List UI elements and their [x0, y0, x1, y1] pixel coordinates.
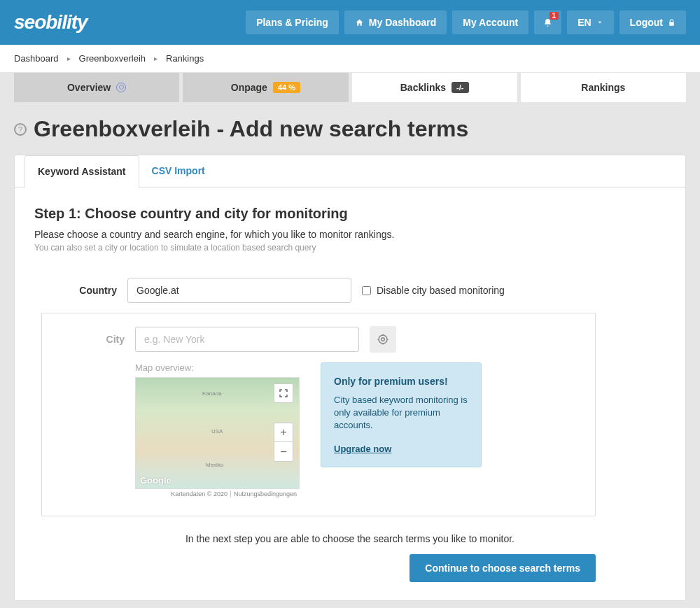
tab-onpage[interactable]: Onpage 44 %: [183, 73, 348, 102]
svg-point-0: [379, 335, 387, 344]
my-dashboard-button[interactable]: My Dashboard: [344, 10, 447, 34]
disable-city-checkbox-input[interactable]: [362, 286, 371, 295]
map-row: Map overview: Kanada USA Mexiko: [135, 362, 582, 497]
panel-tabs: Keyword Assistant CSV Import: [15, 155, 685, 188]
map-zoom-controls: + −: [274, 423, 293, 462]
continue-button[interactable]: Continue to choose search terms: [410, 554, 596, 582]
map-column: Map overview: Kanada USA Mexiko: [135, 362, 300, 497]
map-label: Map overview:: [135, 362, 300, 373]
country-select[interactable]: [127, 278, 351, 303]
country-row: Country Disable city based monitoring: [34, 278, 666, 303]
country-label: Country: [34, 285, 117, 296]
next-step-hint: In the next step you are able to choose …: [34, 533, 666, 544]
chevron-right-icon: ▸: [154, 55, 158, 62]
map-overview[interactable]: Kanada USA Mexiko + −: [135, 377, 300, 489]
panel-body: Step 1: Choose country and city for moni…: [15, 188, 685, 600]
disable-city-checkbox[interactable]: Disable city based monitoring: [362, 285, 505, 296]
language-button[interactable]: EN: [567, 10, 613, 34]
tab-backlinks[interactable]: Backlinks -/-: [352, 73, 517, 102]
tab-csv-import[interactable]: CSV Import: [139, 155, 218, 187]
content-area: ? Greenboxverleih - Add new search terms…: [0, 102, 700, 608]
premium-notice: Only for premium users! City based keywo…: [321, 362, 482, 467]
lock-icon: [668, 19, 676, 27]
chevron-down-icon: [596, 19, 603, 26]
breadcrumb-dashboard[interactable]: Dashboard: [14, 53, 59, 64]
logout-button[interactable]: Logout: [620, 10, 686, 34]
logo[interactable]: seobility: [14, 11, 88, 34]
city-row: City: [42, 326, 582, 353]
svg-point-1: [382, 338, 385, 341]
nav-buttons: Plans & Pricing My Dashboard My Account …: [246, 10, 686, 34]
help-icon[interactable]: ?: [14, 123, 27, 136]
breadcrumb-rankings[interactable]: Rankings: [166, 53, 204, 64]
locate-button[interactable]: [370, 326, 396, 353]
continue-wrap: Continue to choose search terms: [34, 554, 666, 582]
premium-title: Only for premium users!: [334, 376, 468, 387]
map-fullscreen-controls: [274, 383, 293, 403]
globe-icon: [116, 83, 126, 92]
step-hint: You can also set a city or location to s…: [34, 243, 666, 253]
city-section: City Map overview: Kanada USA Mex: [41, 313, 596, 516]
header-bar: seobility Plans & Pricing My Dashboard M…: [0, 0, 700, 45]
upgrade-now-link[interactable]: Upgrade now: [334, 444, 391, 454]
onpage-score-badge: 44 %: [273, 82, 300, 93]
notification-badge: 1: [550, 12, 559, 20]
map-zoom-out-button[interactable]: −: [274, 442, 293, 462]
map-attribution: Kartendaten © 2020Nutzungsbedingungen: [135, 490, 300, 497]
map-fullscreen-button[interactable]: [274, 383, 293, 403]
map-label-mexico: Mexiko: [206, 462, 223, 468]
plans-pricing-button[interactable]: Plans & Pricing: [246, 10, 339, 34]
page-title: Greenboxverleih - Add new search terms: [34, 116, 468, 142]
page-title-row: ? Greenboxverleih - Add new search terms: [14, 116, 686, 142]
home-icon: [355, 18, 364, 27]
tab-overview[interactable]: Overview: [14, 73, 179, 102]
notifications-button[interactable]: 1: [534, 10, 561, 34]
form-block: Country Disable city based monitoring Ci…: [34, 278, 666, 516]
backlinks-badge: -/-: [451, 82, 468, 93]
city-input[interactable]: [135, 327, 359, 352]
city-label: City: [42, 334, 125, 345]
tab-keyword-assistant[interactable]: Keyword Assistant: [24, 155, 139, 188]
map-zoom-in-button[interactable]: +: [274, 423, 293, 442]
my-account-button[interactable]: My Account: [452, 10, 528, 34]
fullscreen-icon: [279, 389, 288, 397]
keyword-panel: Keyword Assistant CSV Import Step 1: Cho…: [14, 155, 686, 601]
map-label-usa: USA: [211, 428, 223, 434]
premium-description: City based keyword monitoring is only av…: [334, 394, 468, 432]
map-provider-logo: Google: [140, 475, 172, 486]
breadcrumb-project[interactable]: Greenboxverleih: [79, 53, 146, 64]
tab-rankings[interactable]: Rankings: [521, 73, 686, 102]
chevron-right-icon: ▸: [67, 55, 71, 62]
target-icon: [377, 333, 389, 346]
step-title: Step 1: Choose country and city for moni…: [34, 206, 666, 222]
main-tabs: Overview Onpage 44 % Backlinks -/- Ranki…: [0, 73, 700, 102]
step-description: Please choose a country and search engin…: [34, 229, 666, 240]
map-label-canada: Kanada: [202, 390, 222, 397]
breadcrumb: Dashboard ▸ Greenboxverleih ▸ Rankings: [0, 45, 700, 72]
